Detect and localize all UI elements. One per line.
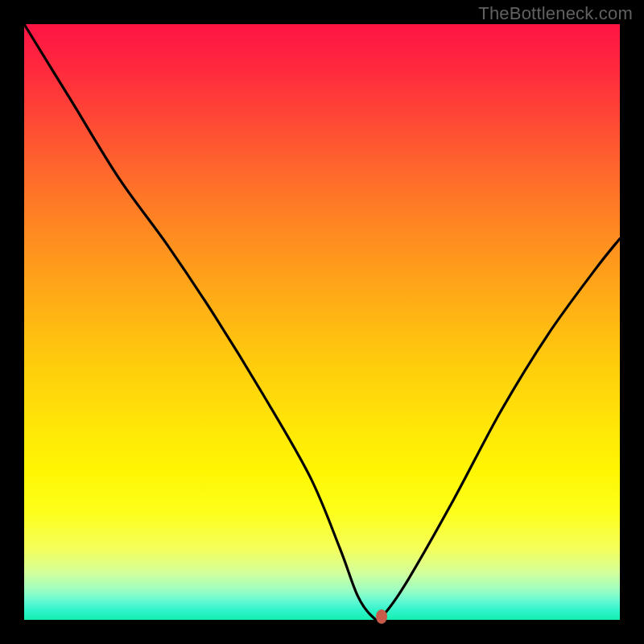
optimal-point-marker (376, 609, 387, 624)
plot-area (24, 24, 620, 620)
watermark-text: TheBottleneck.com (478, 3, 633, 24)
chart-frame: TheBottleneck.com (0, 0, 644, 644)
bottleneck-curve (24, 24, 620, 621)
curve-svg (24, 24, 620, 620)
